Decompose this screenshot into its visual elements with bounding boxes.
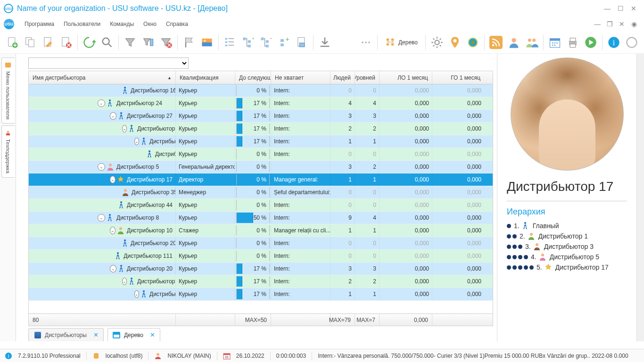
hierarchy-item[interactable]: 1.Главный [507, 221, 627, 231]
scrollbar[interactable] [636, 54, 644, 341]
col-name[interactable]: Имя дистрибьютора▲ [29, 71, 176, 84]
tree-collapse-all-button[interactable]: + [239, 34, 256, 51]
svg-rect-55 [6, 133, 10, 135]
expand-toggle[interactable]: ⌄ [134, 290, 139, 298]
col-go-month[interactable]: ГО 1 месяц [432, 71, 484, 84]
info-button[interactable]: i [605, 34, 622, 51]
search-select[interactable] [28, 58, 189, 69]
expand-toggle[interactable]: ⌄ [110, 176, 116, 183]
new-doc-button[interactable] [4, 34, 21, 51]
table-row[interactable]: ⌄Дистрибьютор 24Курьер17 %Intern:440,000… [29, 97, 493, 110]
app-menu-icon[interactable]: USU [4, 19, 14, 29]
table-row[interactable]: Дистриб...Курьер0 %Intern:000,0000,000 [29, 148, 493, 161]
window-maximize-button[interactable]: ☐ [614, 5, 627, 12]
menu-window[interactable]: Окно [139, 21, 161, 27]
table-row[interactable]: Дистрибьютор 35Менеджер0 %Șeful departam… [29, 186, 493, 199]
hierarchy-item[interactable]: 5.Дистрибьютор 17 [507, 262, 627, 272]
side-tab-user-menu[interactable]: Меню пользователя [1, 58, 15, 123]
calendar-button[interactable] [546, 34, 563, 51]
table-row[interactable]: Дистрибьютор 160Курьер0 %Intern:000,0000… [29, 84, 493, 97]
table-row[interactable]: ⌄Дистрибьютор 30Курьер17 %Intern:220,000… [29, 275, 493, 288]
col-lacking[interactable]: Не хватает [271, 71, 330, 84]
menu-help[interactable]: Справка [161, 21, 193, 27]
more-button[interactable] [357, 34, 374, 51]
expand-toggle[interactable]: ⌄ [98, 214, 105, 222]
menu-commands[interactable]: Команды [105, 21, 139, 27]
expand-toggle[interactable]: ⌄ [110, 112, 116, 120]
search-button[interactable] [99, 34, 116, 51]
expand-toggle[interactable]: ⌄ [110, 265, 116, 272]
download-button[interactable] [316, 34, 333, 51]
color-button[interactable] [464, 34, 481, 51]
tree-expand-button[interactable] [222, 34, 239, 51]
filter-columns-button[interactable] [140, 34, 157, 51]
edit-doc-button[interactable] [40, 34, 57, 51]
col-to-next[interactable]: До следующ... [235, 71, 271, 84]
table-row[interactable]: ⌄Дистрибьютор 8Курьер50 %Intern:940,0000… [29, 212, 493, 224]
row-qualification: Курьер [176, 84, 235, 97]
table-row[interactable]: ⌄Дистрибьютор 17Директор0 %Manager gener… [29, 173, 493, 186]
hierarchy-item[interactable]: 4.Дистрибьютор 5 [507, 252, 627, 262]
expand-toggle[interactable]: ⌄ [110, 227, 116, 234]
walk-icon [129, 124, 134, 133]
tree-view-button[interactable]: Дерево [380, 37, 422, 48]
table-row[interactable]: Дистрибьютор 44Курьер0 %Intern:000,0000,… [29, 199, 493, 212]
tree-add-node-button[interactable]: + [275, 34, 292, 51]
table-row[interactable]: ⌄Дистрибьютор 20Курьер17 %Intern:330,000… [29, 263, 493, 275]
side-tab-support[interactable]: Техподдержка [1, 125, 15, 178]
row-lo: 0,000 [380, 250, 432, 262]
table-row[interactable]: Дистрибьютор 201Курьер0 %Intern:000,0000… [29, 237, 493, 250]
table-row[interactable]: ⌄Дистрибьютор 27Курьер17 %Intern:330,000… [29, 110, 493, 123]
flag-button[interactable] [181, 34, 198, 51]
copy-doc-button[interactable] [22, 34, 39, 51]
grid-body[interactable]: Дистрибьютор 160Курьер0 %Intern:000,0000… [29, 84, 493, 313]
refresh-button[interactable] [81, 34, 98, 51]
mdi-help-button[interactable]: ◉ [628, 20, 640, 28]
grid: Имя дистрибьютора▲ Квалификация До следу… [28, 71, 493, 326]
menu-users[interactable]: Пользователи [59, 21, 105, 27]
filter-clear-button[interactable] [157, 34, 174, 51]
table-row[interactable]: ⌄Дистрибьютор 5Генеральный директор0 %32… [29, 161, 493, 173]
table-row[interactable]: ⌄Дистрибьютор 60Курьер17 %Intern:220,000… [29, 123, 493, 135]
col-levels[interactable]: Уровней [355, 71, 380, 84]
row-lo: 0,000 [380, 224, 432, 237]
hierarchy-item[interactable]: 2.Дистрибьютор 1 [507, 231, 627, 241]
help-icon-button[interactable] [623, 34, 640, 51]
hierarchy-item[interactable]: 3.Дистрибьютор 3 [507, 241, 627, 252]
rss-button[interactable] [487, 34, 504, 51]
filter-button[interactable] [122, 34, 139, 51]
delete-doc-button[interactable] [58, 34, 74, 51]
go-button[interactable] [582, 34, 599, 51]
expand-toggle[interactable]: ⌄ [122, 278, 127, 285]
window-close-button[interactable]: ✕ [627, 5, 640, 12]
doc-tab-distributors[interactable]: Дистрибьюторы ✕ [28, 328, 104, 341]
tree-expand-all-button[interactable]: − [257, 34, 274, 51]
table-row[interactable]: ⌄Дистрибьютор ...Курьер17 %Intern:110,00… [29, 288, 493, 301]
close-tab-button[interactable]: ✕ [93, 331, 99, 338]
table-row[interactable]: ⌄Дистрибьютор 10Стажер0 %Manager relații… [29, 224, 493, 237]
expand-toggle[interactable]: ⌄ [98, 163, 105, 171]
col-lo-month[interactable]: ЛО 1 месяц [380, 71, 432, 84]
col-qualification[interactable]: Квалификация [176, 71, 235, 84]
col-people[interactable]: Людей [330, 71, 355, 84]
print-button[interactable] [564, 34, 581, 51]
location-button[interactable] [446, 34, 463, 51]
expand-toggle[interactable]: ⌄ [134, 138, 139, 145]
expand-toggle[interactable]: ⌄ [122, 125, 127, 132]
users-button[interactable] [523, 34, 540, 51]
mdi-restore-button[interactable]: ❐ [603, 20, 616, 28]
mdi-minimize-button[interactable]: — [591, 20, 603, 28]
row-lo: 0,000 [380, 212, 432, 224]
image-button[interactable] [198, 34, 215, 51]
table-row[interactable]: ⌄Дистрибьютор ...Курьер17 %Intern:110,00… [29, 135, 493, 148]
settings-button[interactable] [429, 34, 446, 51]
table-row[interactable]: Дистрибьютор 111Курьер0 %Intern:000,0000… [29, 250, 493, 263]
mdi-close-button[interactable]: ✕ [616, 20, 628, 28]
window-minimize-button[interactable]: — [601, 5, 614, 12]
doc-tab-tree[interactable]: Дерево ✕ [107, 328, 160, 341]
tree-doc-button[interactable] [293, 34, 310, 51]
expand-toggle[interactable]: ⌄ [98, 99, 105, 107]
menu-program[interactable]: Программа [20, 21, 59, 27]
user-button[interactable] [505, 34, 522, 51]
close-tab-button[interactable]: ✕ [150, 331, 155, 338]
